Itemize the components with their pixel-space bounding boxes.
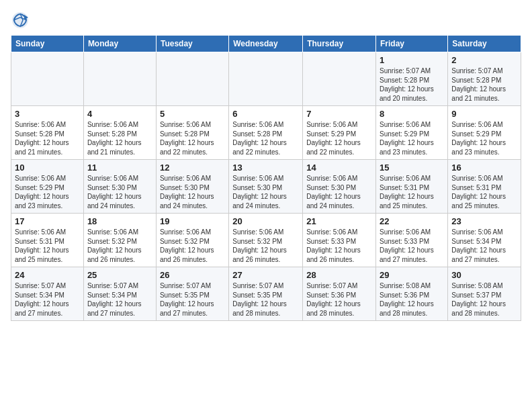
day-info: Sunrise: 5:06 AM Sunset: 5:28 PM Dayligh… bbox=[232, 120, 299, 156]
day-number: 24 bbox=[15, 270, 80, 280]
day-number: 10 bbox=[15, 163, 80, 173]
header-day-wednesday: Wednesday bbox=[229, 36, 303, 52]
day-info: Sunrise: 5:06 AM Sunset: 5:30 PM Dayligh… bbox=[232, 174, 299, 210]
day-info: Sunrise: 5:07 AM Sunset: 5:35 PM Dayligh… bbox=[160, 281, 225, 318]
day-cell-1: 1Sunrise: 5:07 AM Sunset: 5:28 PM Daylig… bbox=[376, 52, 448, 106]
header-day-monday: Monday bbox=[83, 36, 156, 52]
day-number: 4 bbox=[87, 109, 152, 119]
day-number: 16 bbox=[451, 163, 517, 173]
day-info: Sunrise: 5:07 AM Sunset: 5:28 PM Dayligh… bbox=[380, 66, 444, 103]
day-cell-9: 9Sunrise: 5:06 AM Sunset: 5:29 PM Daylig… bbox=[448, 106, 521, 160]
day-number: 5 bbox=[160, 109, 225, 119]
day-number: 15 bbox=[380, 163, 444, 173]
day-info: Sunrise: 5:06 AM Sunset: 5:34 PM Dayligh… bbox=[451, 228, 517, 264]
day-cell-28: 28Sunrise: 5:07 AM Sunset: 5:36 PM Dayli… bbox=[303, 267, 376, 321]
day-info: Sunrise: 5:06 AM Sunset: 5:30 PM Dayligh… bbox=[160, 174, 225, 210]
day-info: Sunrise: 5:06 AM Sunset: 5:33 PM Dayligh… bbox=[306, 228, 372, 264]
day-cell-18: 18Sunrise: 5:06 AM Sunset: 5:32 PM Dayli… bbox=[83, 214, 156, 267]
day-number: 26 bbox=[160, 270, 225, 280]
empty-cell bbox=[11, 52, 84, 106]
day-info: Sunrise: 5:07 AM Sunset: 5:36 PM Dayligh… bbox=[306, 281, 372, 318]
day-number: 8 bbox=[380, 109, 444, 119]
day-cell-7: 7Sunrise: 5:06 AM Sunset: 5:29 PM Daylig… bbox=[303, 106, 376, 160]
day-number: 2 bbox=[451, 55, 517, 65]
day-info: Sunrise: 5:07 AM Sunset: 5:34 PM Dayligh… bbox=[15, 281, 80, 318]
day-number: 29 bbox=[380, 270, 444, 280]
day-info: Sunrise: 5:06 AM Sunset: 5:30 PM Dayligh… bbox=[306, 174, 372, 210]
day-number: 9 bbox=[451, 109, 517, 119]
day-number: 19 bbox=[160, 216, 225, 226]
day-cell-4: 4Sunrise: 5:06 AM Sunset: 5:28 PM Daylig… bbox=[83, 106, 156, 160]
day-info: Sunrise: 5:06 AM Sunset: 5:29 PM Dayligh… bbox=[451, 120, 517, 156]
day-info: Sunrise: 5:06 AM Sunset: 5:32 PM Dayligh… bbox=[232, 228, 299, 264]
day-cell-30: 30Sunrise: 5:08 AM Sunset: 5:37 PM Dayli… bbox=[448, 267, 521, 321]
header-day-saturday: Saturday bbox=[448, 36, 521, 52]
day-info: Sunrise: 5:06 AM Sunset: 5:28 PM Dayligh… bbox=[15, 120, 80, 156]
week-row-3: 10Sunrise: 5:06 AM Sunset: 5:29 PM Dayli… bbox=[11, 160, 521, 214]
day-number: 6 bbox=[232, 109, 299, 119]
day-cell-27: 27Sunrise: 5:07 AM Sunset: 5:35 PM Dayli… bbox=[229, 267, 303, 321]
day-number: 12 bbox=[160, 163, 225, 173]
day-info: Sunrise: 5:06 AM Sunset: 5:28 PM Dayligh… bbox=[160, 120, 225, 156]
week-row-4: 17Sunrise: 5:06 AM Sunset: 5:31 PM Dayli… bbox=[11, 214, 521, 267]
day-info: Sunrise: 5:06 AM Sunset: 5:32 PM Dayligh… bbox=[160, 228, 225, 264]
logo-icon bbox=[11, 11, 30, 30]
day-number: 22 bbox=[380, 216, 444, 226]
calendar-table: SundayMondayTuesdayWednesdayThursdayFrid… bbox=[11, 35, 521, 321]
day-cell-5: 5Sunrise: 5:06 AM Sunset: 5:28 PM Daylig… bbox=[156, 106, 228, 160]
day-cell-19: 19Sunrise: 5:06 AM Sunset: 5:32 PM Dayli… bbox=[156, 214, 228, 267]
week-row-2: 3Sunrise: 5:06 AM Sunset: 5:28 PM Daylig… bbox=[11, 106, 521, 160]
day-info: Sunrise: 5:06 AM Sunset: 5:29 PM Dayligh… bbox=[15, 174, 80, 210]
day-info: Sunrise: 5:08 AM Sunset: 5:37 PM Dayligh… bbox=[451, 281, 517, 318]
day-info: Sunrise: 5:06 AM Sunset: 5:31 PM Dayligh… bbox=[380, 174, 444, 210]
day-cell-14: 14Sunrise: 5:06 AM Sunset: 5:30 PM Dayli… bbox=[303, 160, 376, 214]
day-cell-17: 17Sunrise: 5:06 AM Sunset: 5:31 PM Dayli… bbox=[11, 214, 84, 267]
day-cell-11: 11Sunrise: 5:06 AM Sunset: 5:30 PM Dayli… bbox=[83, 160, 156, 214]
day-info: Sunrise: 5:06 AM Sunset: 5:29 PM Dayligh… bbox=[380, 120, 444, 156]
day-cell-20: 20Sunrise: 5:06 AM Sunset: 5:32 PM Dayli… bbox=[229, 214, 303, 267]
day-cell-23: 23Sunrise: 5:06 AM Sunset: 5:34 PM Dayli… bbox=[448, 214, 521, 267]
page-header bbox=[11, 11, 521, 30]
day-number: 14 bbox=[306, 163, 372, 173]
day-number: 30 bbox=[451, 270, 517, 280]
header-day-friday: Friday bbox=[376, 36, 448, 52]
day-cell-12: 12Sunrise: 5:06 AM Sunset: 5:30 PM Dayli… bbox=[156, 160, 228, 214]
day-info: Sunrise: 5:06 AM Sunset: 5:30 PM Dayligh… bbox=[87, 174, 152, 210]
day-info: Sunrise: 5:07 AM Sunset: 5:35 PM Dayligh… bbox=[232, 281, 299, 318]
day-number: 18 bbox=[87, 216, 152, 226]
calendar-header: SundayMondayTuesdayWednesdayThursdayFrid… bbox=[11, 36, 521, 52]
day-number: 27 bbox=[232, 270, 299, 280]
day-info: Sunrise: 5:06 AM Sunset: 5:33 PM Dayligh… bbox=[380, 228, 444, 264]
day-number: 23 bbox=[451, 216, 517, 226]
day-cell-13: 13Sunrise: 5:06 AM Sunset: 5:30 PM Dayli… bbox=[229, 160, 303, 214]
day-cell-16: 16Sunrise: 5:06 AM Sunset: 5:31 PM Dayli… bbox=[448, 160, 521, 214]
header-day-sunday: Sunday bbox=[11, 36, 84, 52]
day-cell-25: 25Sunrise: 5:07 AM Sunset: 5:34 PM Dayli… bbox=[83, 267, 156, 321]
day-number: 17 bbox=[15, 216, 80, 226]
day-number: 21 bbox=[306, 216, 372, 226]
day-cell-3: 3Sunrise: 5:06 AM Sunset: 5:28 PM Daylig… bbox=[11, 106, 84, 160]
day-cell-10: 10Sunrise: 5:06 AM Sunset: 5:29 PM Dayli… bbox=[11, 160, 84, 214]
day-cell-29: 29Sunrise: 5:08 AM Sunset: 5:36 PM Dayli… bbox=[376, 267, 448, 321]
day-number: 1 bbox=[380, 55, 444, 65]
empty-cell bbox=[229, 52, 303, 106]
logo bbox=[11, 11, 32, 30]
week-row-5: 24Sunrise: 5:07 AM Sunset: 5:34 PM Dayli… bbox=[11, 267, 521, 321]
day-cell-22: 22Sunrise: 5:06 AM Sunset: 5:33 PM Dayli… bbox=[376, 214, 448, 267]
day-number: 25 bbox=[87, 270, 152, 280]
day-number: 20 bbox=[232, 216, 299, 226]
day-cell-2: 2Sunrise: 5:07 AM Sunset: 5:28 PM Daylig… bbox=[448, 52, 521, 106]
empty-cell bbox=[83, 52, 156, 106]
day-info: Sunrise: 5:06 AM Sunset: 5:32 PM Dayligh… bbox=[87, 228, 152, 264]
day-cell-15: 15Sunrise: 5:06 AM Sunset: 5:31 PM Dayli… bbox=[376, 160, 448, 214]
day-cell-6: 6Sunrise: 5:06 AM Sunset: 5:28 PM Daylig… bbox=[229, 106, 303, 160]
header-day-thursday: Thursday bbox=[303, 36, 376, 52]
day-number: 13 bbox=[232, 163, 299, 173]
day-info: Sunrise: 5:07 AM Sunset: 5:34 PM Dayligh… bbox=[87, 281, 152, 318]
day-info: Sunrise: 5:08 AM Sunset: 5:36 PM Dayligh… bbox=[380, 281, 444, 318]
day-cell-8: 8Sunrise: 5:06 AM Sunset: 5:29 PM Daylig… bbox=[376, 106, 448, 160]
calendar-body: 1Sunrise: 5:07 AM Sunset: 5:28 PM Daylig… bbox=[11, 52, 521, 321]
empty-cell bbox=[156, 52, 228, 106]
day-number: 3 bbox=[15, 109, 80, 119]
day-cell-21: 21Sunrise: 5:06 AM Sunset: 5:33 PM Dayli… bbox=[303, 214, 376, 267]
